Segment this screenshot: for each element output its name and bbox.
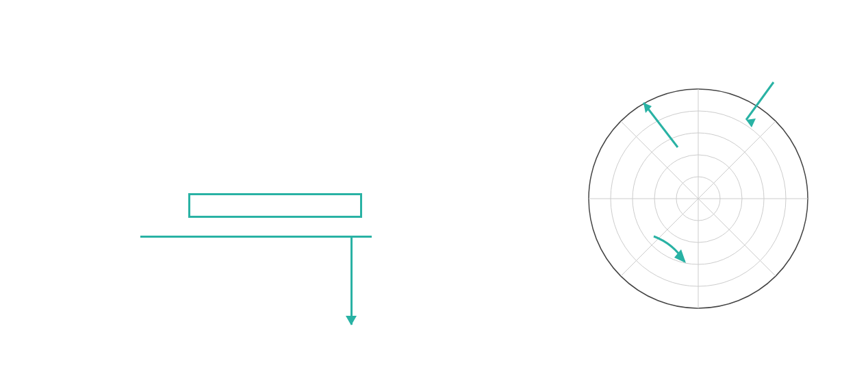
polar-chart xyxy=(575,62,821,329)
underline-bar-args xyxy=(140,236,372,238)
svg-line-15 xyxy=(746,82,774,120)
svg-line-8 xyxy=(621,121,698,199)
slide xyxy=(0,0,868,374)
svg-line-12 xyxy=(698,199,776,276)
polar-svg xyxy=(575,62,821,329)
svg-line-6 xyxy=(698,121,776,199)
highlight-projection xyxy=(188,193,362,218)
arrow-down-icon xyxy=(350,236,353,325)
svg-line-10 xyxy=(621,199,698,276)
